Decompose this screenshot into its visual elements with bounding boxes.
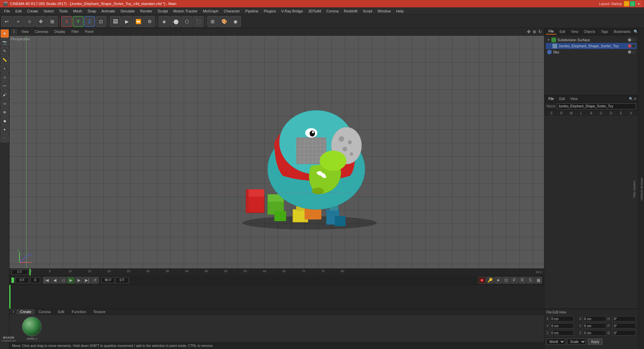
point-mode[interactable]: ·⬤ [170,16,181,27]
left-tool-measure[interactable]: 📏 [1,56,9,64]
axis-x-button[interactable]: X [61,16,72,27]
timeline-track[interactable] [9,285,544,309]
viewport-rotate-icon[interactable]: ↻ [538,29,542,34]
coord-world-dropdown[interactable]: World [546,339,565,345]
filter-menu[interactable]: Filter [70,30,80,34]
coord-z-pos[interactable] [550,330,574,336]
left-tool-paint[interactable]: 🖌 [1,91,9,99]
materials-button[interactable]: ◉ [230,16,241,27]
tool-move[interactable]: ✥ [36,16,46,27]
left-tool-more[interactable]: ⋯ [1,134,9,142]
render-settings[interactable]: ⚙ [144,16,155,27]
attr-search-icon[interactable]: 🔍 [629,97,633,101]
om-dot-1[interactable] [628,38,631,42]
menu-corona[interactable]: Corona [324,8,341,14]
mat-tab-texture[interactable]: Texture [90,309,109,314]
attr-object-name[interactable]: Jumbo_Elephant_Shape_Sorter_Toy [557,103,636,109]
left-tool-deform[interactable]: 〜 [1,82,9,90]
material-menu-btn[interactable]: ☰ [11,309,16,314]
left-tool-fx[interactable]: ✦ [1,126,9,134]
mat-tab-create[interactable]: Create [17,309,35,314]
panel-menu[interactable]: Panel [84,30,95,34]
polygon-mode[interactable]: ⬛ [193,16,204,27]
step-forward-button[interactable]: ▶ [75,277,83,284]
cameras-menu[interactable]: Cameras [34,30,50,34]
viewport-menu-btn[interactable]: ☰ [11,29,17,35]
coord-y-rot[interactable] [583,323,606,329]
motion-clip-button[interactable]: ▦ [535,277,542,284]
menu-mesh[interactable]: Mesh [70,8,85,14]
menu-redshift[interactable]: Redshift [341,8,360,14]
menu-sculpt[interactable]: Sculpt [155,8,171,14]
menu-create[interactable]: Create [24,8,41,14]
key-rot-button[interactable]: R [519,277,526,284]
key-all-button[interactable]: ★ [494,277,502,284]
view-menu[interactable]: View [20,30,30,34]
play-reverse-button[interactable]: ◁ [59,277,66,284]
frame-input[interactable] [15,277,29,283]
render-active[interactable]: ▶ [121,16,132,27]
render-region[interactable]: 🖼 [110,16,121,27]
menu-script[interactable]: Script [360,8,375,14]
coord-p-val[interactable] [612,323,636,329]
left-tool-edit[interactable]: ✎ [1,47,9,55]
loop-button[interactable]: ↺ [91,277,99,284]
om-dot-3[interactable] [632,44,635,48]
minimize-button[interactable]: ─ [624,1,629,6]
new-button[interactable]: + [13,16,23,27]
mat-tab-function[interactable]: Function [68,309,89,314]
menu-simulate[interactable]: Simulate [118,8,138,14]
left-tool-select2[interactable]: ▭ [1,99,9,107]
edge-mode[interactable]: ⬡ [181,16,192,27]
viewport-move-icon[interactable]: ✥ [527,29,531,34]
menu-window[interactable]: Window [375,8,393,14]
far-right-tab-take[interactable]: Take System [632,179,637,199]
left-tool-move[interactable]: ✥ [1,30,9,38]
snap-button[interactable]: ⊞ [207,16,218,27]
om-tab-bookmarks[interactable]: Bookmarks [611,29,633,34]
left-tool-nurbs[interactable]: ◇ [1,73,9,81]
viewport-canvas[interactable]: Perspective [9,36,544,268]
attr-tab-edit[interactable]: Edit [556,96,568,101]
coord-z-rot[interactable] [583,330,606,336]
menu-edit[interactable]: Edit [13,8,24,14]
coord-x-pos[interactable] [550,316,574,321]
goto-start-button[interactable]: |◀ [43,277,50,284]
om-tab-view[interactable]: View [568,29,581,34]
om-dot-sky-1[interactable] [628,50,631,54]
menu-3dtoall[interactable]: 3DToAll [306,8,324,14]
render-all[interactable]: ⏩ [133,16,144,27]
key-scl-button[interactable]: S [527,277,534,284]
tool-scale[interactable]: ⊞ [47,16,58,27]
om-dot-red[interactable] [628,44,631,48]
attr-settings-icon[interactable]: ⚙ [634,97,637,101]
om-tab-file[interactable]: File [546,29,556,35]
maximize-button[interactable]: □ [630,1,635,6]
menu-select[interactable]: Select [41,8,57,14]
texture-mode[interactable]: 🎨 [219,16,229,27]
mat-tab-corona[interactable]: Corona [35,309,54,314]
left-tool-create[interactable]: + [1,64,9,72]
coord-tab-edit[interactable]: Edit [552,310,558,314]
menu-snap[interactable]: Snap [85,8,99,14]
menu-plugins[interactable]: Plugins [261,8,278,14]
frame-number-input[interactable] [30,277,40,283]
record-button[interactable]: ⏺ [478,277,486,284]
coord-tab-file[interactable]: File [546,310,552,314]
attr-tab-file[interactable]: File [546,96,556,101]
object-mode[interactable]: ◈ [159,16,169,27]
om-dot-sky-2[interactable] [632,50,635,54]
timeline-ruler-ticks[interactable]: 0 5 10 15 20 25 30 35 40 45 50 55 60 65 … [30,269,533,276]
menu-file[interactable]: File [1,8,13,14]
step-back-button[interactable]: ◀ [51,277,58,284]
menu-tools[interactable]: Tools [56,8,70,14]
coord-apply-button[interactable]: Apply [588,339,602,345]
axis-all-button[interactable]: ⊡ [96,16,106,27]
axis-y-button[interactable]: Y [73,16,84,27]
om-item-sky[interactable]: Sky [546,49,637,55]
left-tool-camera[interactable]: 📷 [1,38,9,46]
key-pos-button[interactable]: P [511,277,518,284]
axis-z-button[interactable]: Z [84,16,95,27]
close-button[interactable]: ✕ [636,1,641,6]
left-tool-polygon[interactable]: ◆ [1,117,9,125]
